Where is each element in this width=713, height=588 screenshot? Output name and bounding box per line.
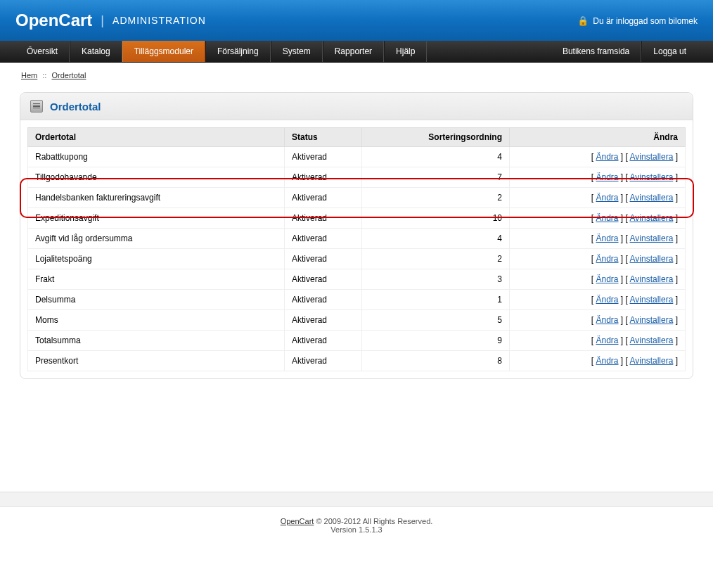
nav-right-item-0[interactable]: Butikens framsida xyxy=(551,41,641,62)
uninstall-link[interactable]: Avinstallera xyxy=(630,213,674,223)
nav-item-5[interactable]: Rapporter xyxy=(323,41,384,62)
uninstall-link[interactable]: Avinstallera xyxy=(630,193,674,203)
uninstall-link[interactable]: Avinstallera xyxy=(630,356,674,366)
cell-name: Expeditionsavgift xyxy=(28,208,285,229)
cell-actions: [ Ändra ] [ Avinstallera ] xyxy=(510,351,686,371)
table-row: ExpeditionsavgiftAktiverad10[ Ändra ] [ … xyxy=(28,208,686,229)
table-row: FraktAktiverad3[ Ändra ] [ Avinstallera … xyxy=(28,269,686,290)
cell-status: Aktiverad xyxy=(285,167,362,188)
breadcrumb: Hem :: Ordertotal xyxy=(0,63,713,88)
edit-link[interactable]: Ändra xyxy=(596,315,618,325)
cell-status: Aktiverad xyxy=(285,208,362,229)
cell-actions: [ Ändra ] [ Avinstallera ] xyxy=(510,229,686,249)
uninstall-link[interactable]: Avinstallera xyxy=(630,295,674,305)
table-row: LojalitetspoängAktiverad2[ Ändra ] [ Avi… xyxy=(28,249,686,269)
table-row: MomsAktiverad5[ Ändra ] [ Avinstallera ] xyxy=(28,310,686,331)
cell-sort: 3 xyxy=(362,269,510,290)
nav-right-item-1[interactable]: Logga ut xyxy=(641,41,698,62)
cell-actions: [ Ändra ] [ Avinstallera ] xyxy=(510,147,686,167)
table-row: TillgodohavandeAktiverad7[ Ändra ] [ Avi… xyxy=(28,167,686,188)
cell-actions: [ Ändra ] [ Avinstallera ] xyxy=(510,167,686,188)
cell-sort: 5 xyxy=(362,310,510,331)
cell-actions: [ Ändra ] [ Avinstallera ] xyxy=(510,290,686,310)
uninstall-link[interactable]: Avinstallera xyxy=(630,335,674,345)
edit-link[interactable]: Ändra xyxy=(596,254,618,264)
cell-sort: 8 xyxy=(362,351,510,371)
edit-link[interactable]: Ändra xyxy=(596,335,618,345)
col-action: Ändra xyxy=(510,128,686,147)
cell-actions: [ Ändra ] [ Avinstallera ] xyxy=(510,269,686,290)
lock-icon: 🔒 xyxy=(577,15,589,26)
cell-sort: 4 xyxy=(362,229,510,249)
uninstall-link[interactable]: Avinstallera xyxy=(630,315,674,325)
calculator-icon xyxy=(30,100,43,113)
cell-status: Aktiverad xyxy=(285,290,362,310)
cell-actions: [ Ändra ] [ Avinstallera ] xyxy=(510,249,686,269)
cell-status: Aktiverad xyxy=(285,331,362,351)
uninstall-link[interactable]: Avinstallera xyxy=(630,152,674,162)
panel-title: Ordertotal xyxy=(50,101,101,113)
cell-name: Presentkort xyxy=(28,351,285,371)
nav-item-4[interactable]: System xyxy=(271,41,323,62)
panel: Ordertotal Ordertotal Status Sorteringso… xyxy=(20,92,693,379)
cell-status: Aktiverad xyxy=(285,147,362,167)
cell-actions: [ Ändra ] [ Avinstallera ] xyxy=(510,208,686,229)
table-row: Handelsbanken faktureringsavgiftAktivera… xyxy=(28,188,686,208)
nav-item-1[interactable]: Katalog xyxy=(70,41,122,62)
breadcrumb-home[interactable]: Hem xyxy=(21,71,37,79)
brand-separator: | xyxy=(101,13,104,28)
footer-link[interactable]: OpenCart xyxy=(281,517,314,525)
breadcrumb-current[interactable]: Ordertotal xyxy=(51,71,86,79)
cell-name: Rabattkupong xyxy=(28,147,285,167)
edit-link[interactable]: Ändra xyxy=(596,356,618,366)
edit-link[interactable]: Ändra xyxy=(596,234,618,243)
table-row: PresentkortAktiverad8[ Ändra ] [ Avinsta… xyxy=(28,351,686,371)
uninstall-link[interactable]: Avinstallera xyxy=(630,274,674,284)
breadcrumb-separator: :: xyxy=(42,71,46,79)
brand-logo: OpenCart xyxy=(15,11,92,30)
edit-link[interactable]: Ändra xyxy=(596,274,618,284)
table-row: Avgift vid låg ordersummaAktiverad4[ Änd… xyxy=(28,229,686,249)
cell-sort: 2 xyxy=(362,188,510,208)
cell-name: Frakt xyxy=(28,269,285,290)
nav-item-0[interactable]: Översikt xyxy=(15,41,70,62)
uninstall-link[interactable]: Avinstallera xyxy=(630,254,674,264)
cell-sort: 7 xyxy=(362,167,510,188)
uninstall-link[interactable]: Avinstallera xyxy=(630,172,674,182)
panel-header: Ordertotal xyxy=(20,93,693,120)
edit-link[interactable]: Ändra xyxy=(596,295,618,305)
cell-sort: 10 xyxy=(362,208,510,229)
cell-name: Totalsumma xyxy=(28,331,285,351)
cell-sort: 4 xyxy=(362,147,510,167)
cell-actions: [ Ändra ] [ Avinstallera ] xyxy=(510,331,686,351)
main-nav: ÖversiktKatalogTilläggsmodulerFörsäljnin… xyxy=(0,41,713,63)
footer-version: Version 1.5.1.3 xyxy=(330,525,382,534)
cell-actions: [ Ändra ] [ Avinstallera ] xyxy=(510,188,686,208)
edit-link[interactable]: Ändra xyxy=(596,152,618,162)
edit-link[interactable]: Ändra xyxy=(596,172,618,182)
col-sort: Sorteringsordning xyxy=(362,128,510,147)
edit-link[interactable]: Ändra xyxy=(596,213,618,223)
brand-subtitle: ADMINISTRATION xyxy=(113,15,206,26)
nav-item-3[interactable]: Försäljning xyxy=(205,41,271,62)
col-name: Ordertotal xyxy=(28,128,285,147)
uninstall-link[interactable]: Avinstallera xyxy=(630,234,674,243)
cell-name: Handelsbanken faktureringsavgift xyxy=(28,188,285,208)
cell-name: Tillgodohavande xyxy=(28,167,285,188)
nav-item-2[interactable]: Tilläggsmoduler xyxy=(122,41,205,62)
cell-name: Delsumma xyxy=(28,290,285,310)
cell-name: Lojalitetspoäng xyxy=(28,249,285,269)
footer: OpenCart © 2009-2012 All Rights Reserved… xyxy=(0,507,713,544)
col-status: Status xyxy=(285,128,362,147)
cell-name: Moms xyxy=(28,310,285,331)
cell-status: Aktiverad xyxy=(285,188,362,208)
table-row: DelsummaAktiverad1[ Ändra ] [ Avinstalle… xyxy=(28,290,686,310)
edit-link[interactable]: Ändra xyxy=(596,193,618,203)
table-row: TotalsummaAktiverad9[ Ändra ] [ Avinstal… xyxy=(28,331,686,351)
cell-status: Aktiverad xyxy=(285,351,362,371)
order-total-table: Ordertotal Status Sorteringsordning Ändr… xyxy=(27,127,686,371)
nav-item-6[interactable]: Hjälp xyxy=(384,41,427,62)
login-status: 🔒 Du är inloggad som bilomek xyxy=(577,15,698,26)
cell-sort: 1 xyxy=(362,290,510,310)
cell-actions: [ Ändra ] [ Avinstallera ] xyxy=(510,310,686,331)
